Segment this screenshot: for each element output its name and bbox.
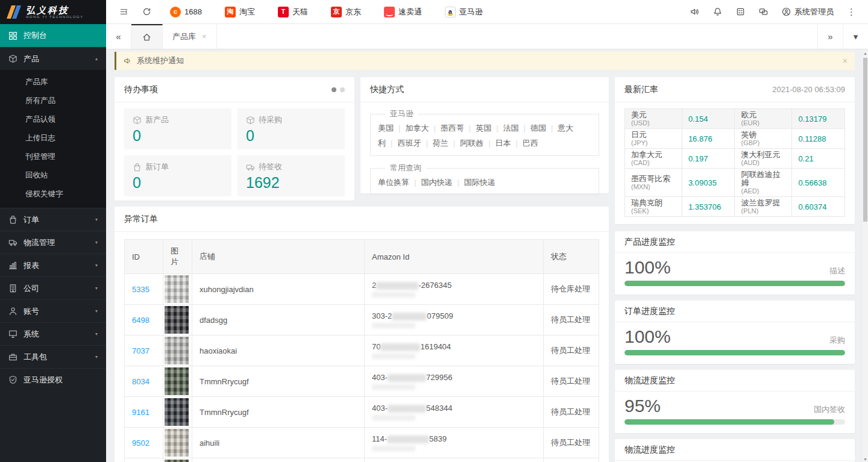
monitor-title: 订单进度监控 xyxy=(624,306,675,317)
abnormal-orders-card: 异常订单 ID图片店铺Amazon Id状态 5335xuhongjiajvdi… xyxy=(115,207,609,462)
marketplace-label: 速卖通 xyxy=(398,7,422,17)
calculator-button[interactable] xyxy=(729,0,752,24)
sidebar-item-toolkit[interactable]: 工具包▾ xyxy=(0,345,106,368)
order-id-cell: 6498 xyxy=(125,305,163,336)
currency-name-cell: 波兰兹罗提(PLN) xyxy=(735,197,792,217)
shortcut-link[interactable]: 德国 xyxy=(530,123,546,133)
currency-name-cell: 英镑(GBP) xyxy=(735,129,792,149)
amazon-id-suffix: 548344 xyxy=(426,404,452,413)
currency-name-cell: 澳大利亚元(AUD) xyxy=(735,149,792,169)
exchange-rates-card: 最新汇率 2021-08-20 06:53:09 美元(USD)0.154欧元(… xyxy=(615,77,855,224)
stat-value[interactable]: 0 xyxy=(133,127,223,144)
refresh-button[interactable] xyxy=(135,0,158,24)
order-id-link[interactable]: 5335 xyxy=(132,285,149,294)
sidebar-item-console[interactable]: 控制台 xyxy=(0,24,106,47)
stat-value[interactable]: 1692 xyxy=(246,174,336,191)
topbar-right: 系统管理员 ⋮ xyxy=(683,0,862,24)
marketplace-1688[interactable]: c1688 xyxy=(170,7,202,17)
scrollbar-thumb[interactable] xyxy=(863,58,867,222)
sidebar-item-product-library[interactable]: 产品库 xyxy=(0,73,106,92)
sidebar-item-recycle-bin[interactable]: 回收站 xyxy=(0,166,106,185)
sidebar-item-all-products[interactable]: 所有产品 xyxy=(0,92,106,110)
shortcut-link[interactable]: 西班牙 xyxy=(397,139,421,148)
rate-row: 美元(USD)0.154欧元(EUR)0.13179 xyxy=(625,109,845,129)
shortcut-link[interactable]: 墨西哥 xyxy=(441,123,464,133)
marketplace-aliexpress[interactable]: 速卖通 xyxy=(384,7,422,17)
marketplace-amazon[interactable]: a亚马逊 xyxy=(445,7,483,17)
sidebar-item-system[interactable]: 系统▾ xyxy=(0,322,106,345)
carousel-dot-1[interactable] xyxy=(332,87,336,92)
sidebar-item-listing-management[interactable]: 刊登管理 xyxy=(0,148,106,166)
shortcut-link[interactable]: 国内快递 xyxy=(421,178,452,187)
product-thumbnail xyxy=(165,367,189,395)
sidebar-item-account[interactable]: 账号▾ xyxy=(0,299,106,322)
sidebar-item-report[interactable]: 报表▾ xyxy=(0,254,106,276)
shortcut-link[interactable]: 荷兰 xyxy=(433,139,448,148)
marketplace-jd[interactable]: 京京东 xyxy=(331,7,361,17)
smile-arc-icon xyxy=(386,13,393,16)
order-id-link[interactable]: 6498 xyxy=(132,316,149,325)
shortcut-link[interactable]: 法国 xyxy=(503,123,519,133)
amazon-id: 2-2676345 xyxy=(372,281,536,290)
more-menu-button[interactable]: ⋮ xyxy=(841,7,862,17)
scrollbar-up-arrow-icon[interactable]: ▲ xyxy=(863,50,868,56)
shortcut-link[interactable]: 巴西 xyxy=(523,139,538,148)
carousel-dot-2[interactable] xyxy=(340,87,345,92)
tab-product-library[interactable]: 产品库 × xyxy=(163,24,217,49)
rate-row: 瑞典克朗(SEK)1.353706波兰兹罗提(PLN)0.60374 xyxy=(625,197,845,217)
stat-label-text: 新产品 xyxy=(145,114,169,125)
shortcut-link[interactable]: 单位换算 xyxy=(378,178,409,187)
product-thumbnail xyxy=(165,306,189,334)
notifications-button[interactable] xyxy=(706,0,729,24)
shortcut-link[interactable]: 日本 xyxy=(495,139,511,148)
order-amazon-id-cell: 403-548344 xyxy=(365,397,544,428)
monitor-card-logistics-international: 物流进度监控96%国际发货 xyxy=(615,439,855,462)
stat-value[interactable]: 0 xyxy=(246,127,336,144)
monitor-body: 100%描述 xyxy=(615,253,855,295)
shortcut-link[interactable]: 英国 xyxy=(476,123,491,133)
currency-swap-button[interactable] xyxy=(752,0,775,24)
monitor-card-order-progress: 订单进度监控100%采购 xyxy=(615,301,855,364)
sidebar-item-logistics[interactable]: 物流管理▾ xyxy=(0,231,106,254)
scrollbar-down-arrow-icon[interactable]: ▼ xyxy=(863,456,868,462)
stat-label-row: 新产品 xyxy=(133,114,223,125)
currency-name: 澳大利亚元 xyxy=(741,151,785,159)
marketplace-taobao[interactable]: 淘淘宝 xyxy=(225,7,255,17)
marketplace-tmall[interactable]: T天猫 xyxy=(278,7,308,17)
shortcut-link[interactable]: 阿联酋 xyxy=(460,139,483,148)
amazon-id: 114-5839 xyxy=(372,434,536,443)
sidebar-item-company[interactable]: 公司▾ xyxy=(0,276,106,299)
tabs-scroll-left-button[interactable]: « xyxy=(106,24,131,49)
currency-rate-value: 16.876 xyxy=(682,129,735,149)
currency-name: 波兰兹罗提 xyxy=(741,199,785,207)
announcement-button[interactable] xyxy=(683,0,706,24)
user-menu[interactable]: 系统管理员 xyxy=(775,7,841,17)
sidebar-item-infringement-keywords[interactable]: 侵权关键字 xyxy=(0,185,106,204)
page-scrollbar[interactable]: ▲ ▼ xyxy=(863,50,868,462)
tab-close-icon[interactable]: × xyxy=(202,32,207,41)
sidebar-item-product-claim[interactable]: 产品认领 xyxy=(0,110,106,129)
menu-collapse-button[interactable] xyxy=(112,0,135,24)
tabs-scroll-right-button[interactable]: » xyxy=(817,24,843,49)
shortcut-link[interactable]: 国际快递 xyxy=(464,178,495,187)
shortcut-link[interactable]: 美国 xyxy=(378,123,394,133)
order-id-link[interactable]: 9161 xyxy=(132,408,149,417)
tabs-menu-button[interactable]: ▾ xyxy=(843,24,868,49)
tab-home[interactable] xyxy=(131,24,163,49)
sidebar-item-product[interactable]: 产品▴ xyxy=(0,47,106,70)
sidebar-item-label: 物流管理 xyxy=(24,237,55,248)
currency-rate-value: 0.60374 xyxy=(792,197,845,217)
order-id-link[interactable]: 8034 xyxy=(132,377,149,386)
shortcut-link[interactable]: 加拿大 xyxy=(405,123,429,133)
chart-icon xyxy=(8,261,17,270)
order-id-link[interactable]: 9502 xyxy=(132,439,149,448)
sidebar-item-upload-log[interactable]: 上传日志 xyxy=(0,129,106,148)
orders-card-title: 异常订单 xyxy=(124,214,158,225)
notice-close-icon[interactable]: × xyxy=(843,56,848,66)
order-id-link[interactable]: 7037 xyxy=(132,346,149,355)
sidebar-item-amazon-auth[interactable]: 亚马逊授权 xyxy=(0,368,106,391)
sidebar-item-order[interactable]: 订单▾ xyxy=(0,208,106,231)
logo-title: 弘义科技 xyxy=(26,5,84,15)
todo-card-title: 待办事项 xyxy=(124,84,158,95)
stat-value[interactable]: 0 xyxy=(133,174,223,191)
